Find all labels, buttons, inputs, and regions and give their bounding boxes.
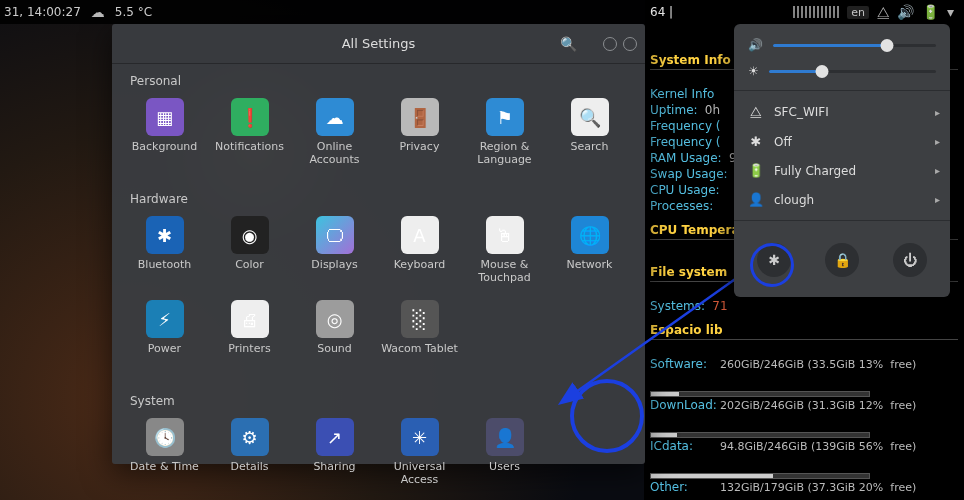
power-icon: ⚡ — [146, 300, 184, 338]
tile-network[interactable]: 🌐 Network — [547, 210, 632, 294]
tile-notifications[interactable]: ❗ Notifications — [207, 92, 292, 176]
tile-wacom-tablet[interactable]: ░ Wacom Tablet — [377, 294, 462, 378]
lock-button[interactable]: 🔒 — [825, 243, 859, 277]
tile-background[interactable]: ▦ Background — [122, 92, 207, 176]
tile-label: Search — [571, 140, 609, 166]
disk-row: ICdata:94.8GiB/246GiB (139GiB 56% free) — [650, 438, 958, 479]
tile-sharing[interactable]: ↗ Sharing — [292, 412, 377, 496]
tile-displays[interactable]: 🖵 Displays — [292, 210, 377, 294]
section-label: System — [112, 384, 645, 412]
network-icon: 🌐 — [571, 216, 609, 254]
datetime-label: 31, 14:00:27 — [4, 5, 81, 19]
tile-label: Wacom Tablet — [381, 342, 458, 368]
disk-row: DownLoad:202GiB/246GiB (31.3GiB 12% free… — [650, 397, 958, 438]
right-panel-title: 64 | — [650, 5, 673, 19]
menu-item-bluetooth[interactable]: ✱ Off ▸ — [734, 127, 950, 156]
settings-title: All Settings — [342, 36, 416, 51]
battery-status: Fully Charged — [774, 164, 856, 178]
tile-label: Sharing — [313, 460, 355, 486]
universal-access-icon: ✳ — [401, 418, 439, 456]
background-icon: ▦ — [146, 98, 184, 136]
power-button[interactable]: ⏻ — [893, 243, 927, 277]
tile-label: Users — [489, 460, 520, 486]
volume-slider-icon: 🔊 — [748, 38, 763, 52]
sound-icon: ◎ — [316, 300, 354, 338]
tile-label: Background — [132, 140, 198, 166]
tile-mouse-touchpad[interactable]: 🖱 Mouse & Touchpad — [462, 210, 547, 294]
uptime-value: 0h — [705, 103, 720, 117]
tile-label: Displays — [311, 258, 357, 284]
tile-label: Power — [148, 342, 181, 368]
wacom-tablet-icon: ░ — [401, 300, 439, 338]
notifications-icon: ❗ — [231, 98, 269, 136]
tile-keyboard[interactable]: A Keyboard — [377, 210, 462, 294]
tile-color[interactable]: ◉ Color — [207, 210, 292, 294]
users-icon: 👤 — [486, 418, 524, 456]
language-indicator[interactable]: en — [847, 6, 869, 19]
battery-icon[interactable]: 🔋 — [922, 5, 939, 19]
ram-label: RAM Usage: — [650, 151, 722, 165]
tile-label: Keyboard — [394, 258, 446, 284]
disk-row: Software:260GiB/246GiB (33.5GiB 13% free… — [650, 356, 958, 397]
tile-label: Network — [567, 258, 613, 284]
search-icon: 🔍 — [571, 98, 609, 136]
settings-button[interactable]: ✱ — [757, 243, 791, 277]
bluetooth-icon: ✱ — [146, 216, 184, 254]
tile-details[interactable]: ⚙ Details — [207, 412, 292, 496]
tile-label: Bluetooth — [138, 258, 191, 284]
window-close-button[interactable] — [623, 37, 637, 51]
menu-item-battery[interactable]: 🔋 Fully Charged ▸ — [734, 156, 950, 185]
settings-window: All Settings 🔍 Personal▦ Background❗ Not… — [112, 24, 645, 464]
wifi-menu-icon: ⧋ — [748, 104, 764, 120]
swap-label: Swap Usage: — [650, 167, 728, 181]
sharing-icon: ↗ — [316, 418, 354, 456]
tile-printers[interactable]: 🖨 Printers — [207, 294, 292, 378]
volume-slider[interactable]: 🔊 — [734, 32, 950, 58]
system-menu: 🔊 ☀ ⧋ SFC_WIFI ▸ ✱ Off ▸ 🔋 Fully Charged… — [734, 24, 950, 297]
bt-menu-icon: ✱ — [748, 134, 764, 149]
details-icon: ⚙ — [231, 418, 269, 456]
mouse-touchpad-icon: 🖱 — [486, 216, 524, 254]
wifi-icon[interactable]: ⧋ — [877, 5, 889, 19]
tile-power[interactable]: ⚡ Power — [122, 294, 207, 378]
volume-icon[interactable]: 🔊 — [897, 5, 914, 19]
espacio-header: Espacio lib — [650, 322, 958, 340]
tile-date-time[interactable]: 🕓 Date & Time — [122, 412, 207, 496]
cpu-label: CPU Usage: — [650, 183, 720, 197]
tile-label: Printers — [228, 342, 270, 368]
bt-status: Off — [774, 135, 792, 149]
tile-bluetooth[interactable]: ✱ Bluetooth — [122, 210, 207, 294]
settings-search-icon[interactable]: 🔍 — [560, 36, 577, 52]
section-label: Hardware — [112, 182, 645, 210]
tile-universal-access[interactable]: ✳ Universal Access — [377, 412, 462, 496]
chevron-right-icon: ▸ — [935, 107, 940, 118]
tile-users[interactable]: 👤 Users — [462, 412, 547, 496]
tile-online-accounts[interactable]: ☁ Online Accounts — [292, 92, 377, 176]
tile-region-language[interactable]: ⚑ Region & Language — [462, 92, 547, 176]
freq-label: Frequency ( — [650, 119, 721, 133]
kernel-label: Kernel Info — [650, 87, 714, 101]
tile-label: Color — [235, 258, 264, 284]
printers-icon: 🖨 — [231, 300, 269, 338]
tile-privacy[interactable]: 🚪 Privacy — [377, 92, 462, 176]
menu-item-user[interactable]: 👤 clough ▸ — [734, 185, 950, 214]
chevron-right-icon: ▸ — [935, 194, 940, 205]
keyboard-icon: A — [401, 216, 439, 254]
tile-search[interactable]: 🔍 Search — [547, 92, 632, 176]
temperature-label: 5.5 °C — [115, 5, 152, 19]
user-menu-icon: 👤 — [748, 192, 764, 207]
systems-label: Systems: — [650, 299, 705, 313]
tile-label: Mouse & Touchpad — [462, 258, 547, 284]
settings-header: All Settings 🔍 — [112, 24, 645, 64]
displays-icon: 🖵 — [316, 216, 354, 254]
section-label: Personal — [112, 64, 645, 92]
tile-label: Date & Time — [130, 460, 199, 486]
tile-sound[interactable]: ◎ Sound — [292, 294, 377, 378]
tile-label: Online Accounts — [292, 140, 377, 166]
systems-value: 71 — [712, 299, 727, 313]
window-minimize-button[interactable] — [603, 37, 617, 51]
brightness-slider[interactable]: ☀ — [734, 58, 950, 84]
proc-label: Processes: — [650, 199, 713, 213]
menu-item-wifi[interactable]: ⧋ SFC_WIFI ▸ — [734, 97, 950, 127]
dropdown-icon[interactable]: ▾ — [947, 5, 954, 19]
